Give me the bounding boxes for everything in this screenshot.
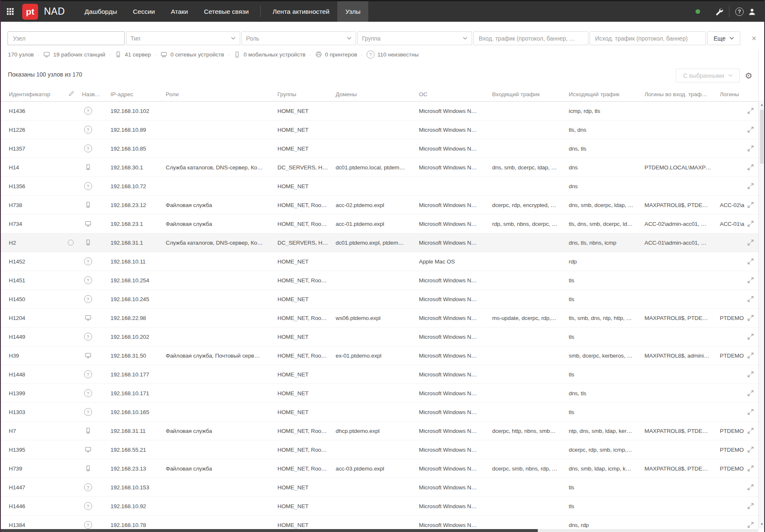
expand-icon [747, 127, 754, 133]
table-row[interactable]: H1204192.168.22.98HOME_NET, Roo…ws06.ptd… [0, 309, 765, 327]
expand-icon [747, 202, 754, 208]
column-header[interactable]: Идентификатор [9, 91, 50, 97]
expand-row-button[interactable] [747, 258, 754, 265]
expand-row-button[interactable] [747, 503, 754, 509]
column-header[interactable]: IP-адрес [110, 91, 133, 97]
table-row[interactable]: H734192.168.23.1Файловая службаHOME_NET,… [0, 215, 765, 233]
vertical-scrollbar-thumb[interactable] [760, 110, 764, 164]
stat-item[interactable]: 41 сервер [115, 51, 151, 58]
table-row[interactable]: ?H1448192.168.10.177HOME_NETMicrosoft Wi… [0, 365, 765, 384]
tab-1[interactable]: Дашборды [77, 1, 125, 22]
table-row[interactable]: ?H1226192.168.10.89HOME_NETMicrosoft Win… [0, 120, 765, 139]
cell-os: Microsoft Windows N… [419, 127, 489, 133]
table-row[interactable]: ?H1357192.168.10.85HOME_NETMicrosoft Win… [0, 139, 765, 158]
column-header[interactable]: Группы [277, 91, 296, 97]
with-selected-button[interactable]: С выбранными [676, 69, 740, 82]
table-row[interactable]: ?H1446192.168.10.92HOME_NETMicrosoft Win… [0, 497, 765, 516]
table-row[interactable]: H39192.168.31.50Файловая служба, Почтовы… [0, 346, 765, 365]
expand-row-button[interactable] [747, 108, 754, 114]
table-row[interactable]: ?H1452192.168.10.11HOME_NETApple Mac OSr… [0, 252, 765, 271]
in-traffic-filter-input[interactable] [473, 31, 588, 45]
horizontal-scrollbar[interactable] [1, 529, 758, 532]
expand-row-button[interactable] [747, 484, 754, 491]
tab-3[interactable]: Атаки [163, 1, 196, 22]
nav-tabs-divider [260, 6, 261, 17]
tab-2[interactable]: Сессии [125, 1, 163, 22]
out-traffic-filter-field[interactable] [594, 35, 701, 42]
expand-row-button[interactable] [747, 202, 754, 208]
node-type-icon-cell: ? [82, 258, 94, 266]
wrench-icon[interactable] [713, 8, 725, 15]
in-traffic-filter-field[interactable] [478, 35, 584, 42]
window-left-edge [0, 0, 1, 532]
stat-item[interactable]: 0 принтеров [315, 51, 357, 58]
stats-separator: · [361, 51, 363, 58]
expand-row-button[interactable] [747, 183, 754, 189]
help-icon[interactable]: ? [733, 8, 746, 16]
table-row[interactable]: H2192.168.31.1Служба каталогов, DNS-серв… [0, 233, 765, 252]
apps-grid-icon[interactable] [0, 1, 15, 22]
table-row[interactable]: ?H1447192.168.10.153HOME_NETMicrosoft Wi… [0, 478, 765, 497]
table-row[interactable]: ?H1449192.168.10.202HOME_NETMicrosoft Wi… [0, 327, 765, 346]
group-filter-select[interactable]: Группа [357, 31, 472, 45]
table-row[interactable]: ?H1356192.168.10.72HOME_NETdns [0, 177, 765, 196]
column-header[interactable]: ОС [419, 91, 427, 97]
column-header[interactable]: Входящий трафик [492, 91, 540, 97]
expand-row-button[interactable] [747, 240, 754, 246]
table-row[interactable]: ?H1451192.168.10.254HOME_NET, Roo…Micros… [0, 271, 765, 290]
expand-row-button[interactable] [747, 371, 754, 378]
expand-row-button[interactable] [747, 127, 754, 133]
expand-row-button[interactable] [747, 164, 754, 171]
expand-row-button[interactable] [747, 146, 754, 152]
column-header[interactable]: Логины во вход. траф… [644, 91, 707, 97]
expand-row-button[interactable] [747, 296, 754, 302]
clear-filters-icon[interactable]: ✕ [751, 35, 757, 42]
node-filter-field[interactable] [12, 35, 120, 42]
stat-item[interactable]: 19 рабочих станций [43, 51, 105, 58]
stat-item[interactable]: 0 сетевых устройств [160, 51, 224, 58]
table-row[interactable]: ?H1399192.168.10.171HOME_NETMicrosoft Wi… [0, 384, 765, 403]
table-row[interactable]: H1395192.168.55.21HOME_NET, Roo…Microsof… [0, 440, 765, 459]
tab-5[interactable]: Лента активностей [264, 1, 337, 22]
table-row[interactable]: ?H1450192.168.10.245HOME_NETMicrosoft Wi… [0, 290, 765, 309]
more-filters-button[interactable]: Еще [707, 31, 740, 45]
expand-row-button[interactable] [747, 221, 754, 227]
column-header[interactable]: Назв… [82, 91, 100, 97]
column-header[interactable]: Исходящий трафик [569, 91, 619, 97]
table-row[interactable]: ?H1436192.168.10.102HOME_NETMicrosoft Wi… [0, 102, 765, 120]
server-icon [85, 427, 92, 435]
expand-row-button[interactable] [747, 277, 754, 284]
horizontal-scrollbar-thumb[interactable] [1, 529, 538, 532]
expand-row-button[interactable] [747, 466, 754, 472]
table-row[interactable]: H739192.168.23.13Файловая службаHOME_NET… [0, 459, 765, 478]
user-icon[interactable] [746, 8, 758, 15]
stat-item[interactable]: ?110 неизвестны [367, 51, 419, 59]
table-row[interactable]: H7192.168.31.11Файловая службаHOME_NET, … [0, 422, 765, 440]
stat-item[interactable]: 170 узлов [8, 51, 34, 58]
role-filter-select[interactable]: Роль [241, 31, 356, 45]
type-filter-select[interactable]: Тип [126, 31, 240, 45]
expand-row-button[interactable] [747, 334, 754, 340]
stat-item[interactable]: 0 мобильных устройств [234, 51, 305, 58]
node-filter-input[interactable] [8, 31, 125, 45]
column-header[interactable]: Логины [720, 91, 739, 97]
expand-row-button[interactable] [747, 409, 754, 415]
tab-6[interactable]: Узлы [337, 1, 368, 22]
cell-traffic-out: dns, smb, dcerpc, ldap, … [569, 202, 641, 208]
gear-icon[interactable]: ⚙ [745, 69, 752, 82]
table-row[interactable]: H738192.168.23.12Файловая службаHOME_NET… [0, 196, 765, 215]
column-header[interactable]: Роли [166, 91, 179, 97]
expand-row-button[interactable] [747, 390, 754, 396]
tab-4[interactable]: Сетевые связи [196, 1, 257, 22]
expand-row-button[interactable] [747, 353, 754, 359]
edit-name-column-header[interactable] [68, 90, 74, 98]
table-row[interactable]: H14192.168.30.1Служба каталогов, DNS-сер… [0, 158, 765, 177]
expand-row-button[interactable] [747, 315, 754, 321]
table-row[interactable]: ?H1303192.168.10.165HOME_NETMicrosoft Wi… [0, 403, 765, 422]
column-header[interactable]: Домены [336, 91, 357, 97]
cell-roles: Файловая служба [166, 428, 275, 434]
expand-row-button[interactable] [747, 522, 754, 528]
expand-row-button[interactable] [747, 428, 754, 434]
expand-row-button[interactable] [747, 447, 754, 453]
out-traffic-filter-input[interactable] [590, 31, 706, 45]
